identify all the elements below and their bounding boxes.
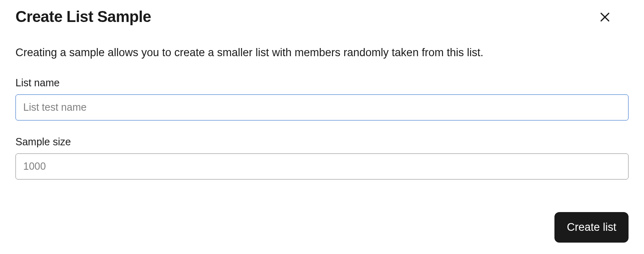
sample-size-group: Sample size [15,136,629,180]
list-name-input[interactable] [15,94,629,120]
close-icon [599,11,611,24]
modal-footer: Create list [15,212,629,243]
modal-header: Create List Sample [15,8,629,26]
sample-size-label: Sample size [15,136,629,148]
list-name-label: List name [15,77,629,89]
create-list-button[interactable]: Create list [554,212,629,243]
close-button[interactable] [598,10,612,26]
modal-description: Creating a sample allows you to create a… [15,45,629,61]
modal-title: Create List Sample [15,8,151,26]
list-name-group: List name [15,77,629,120]
sample-size-input[interactable] [15,153,629,180]
